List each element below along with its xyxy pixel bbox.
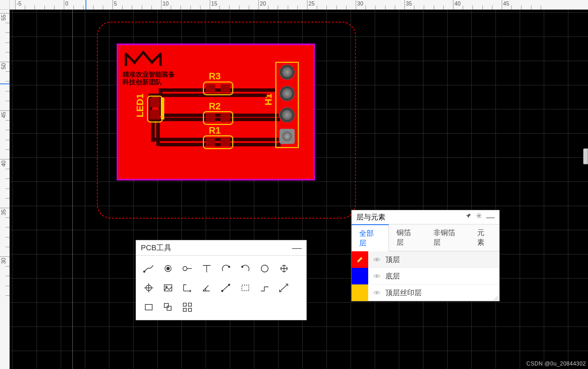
tool-angle-button[interactable]: [199, 280, 215, 296]
layer-panel-title: 层与元素: [356, 212, 385, 222]
layer-panel[interactable]: 层与元素 — 全部层铜箔层非铜箔层元素 顶层底层顶层丝印层: [351, 210, 500, 301]
rect-dash-icon: [239, 282, 251, 294]
ruler-v-label: 35: [1, 209, 7, 215]
image-icon: [162, 282, 174, 294]
svg-point-27: [478, 215, 480, 217]
collapse-icon[interactable]: —: [486, 212, 494, 222]
svg-point-0: [134, 62, 136, 64]
svg-rect-25: [183, 308, 186, 311]
ruler-horizontal[interactable]: -5051015202530354045: [0, 0, 588, 10]
tool-rect-dash-button[interactable]: [237, 280, 253, 296]
track-icon: [143, 263, 155, 274]
tool-origin-button[interactable]: [141, 280, 157, 296]
layer-swatch: [352, 284, 368, 301]
tool-track-button[interactable]: [141, 261, 157, 276]
pad-h1-4-hole: [282, 132, 292, 141]
pin-icon[interactable]: [466, 212, 472, 222]
pcb-tools-panel[interactable]: PCB工具 —: [136, 240, 307, 320]
layer-row-2[interactable]: 顶层丝印层: [352, 284, 499, 301]
gear-icon[interactable]: [476, 212, 482, 222]
line-icon: [220, 282, 232, 294]
tool-group-button[interactable]: [160, 299, 176, 315]
watermark: CSDN @0u_20844302: [527, 361, 586, 367]
silk-label-led1: LED1: [135, 94, 146, 117]
tool-text-button[interactable]: [199, 261, 215, 276]
svg-point-7: [228, 266, 230, 268]
ruler-h-label: 15: [211, 1, 217, 7]
tool-array-button[interactable]: [179, 299, 195, 315]
tool-circle-button[interactable]: [257, 261, 273, 276]
tool-measure-button[interactable]: [276, 280, 292, 296]
svg-point-5: [183, 266, 187, 271]
svg-line-19: [280, 285, 287, 291]
svg-rect-21: [164, 303, 168, 308]
ruler-v-label: 45: [1, 112, 7, 118]
layer-tab-0[interactable]: 全部层: [352, 224, 389, 251]
origin-y-axis: [72, 10, 73, 369]
ruler-h-label: 35: [406, 1, 412, 7]
eye-icon[interactable]: [373, 256, 381, 263]
tool-step-button[interactable]: [257, 280, 273, 296]
eye-icon[interactable]: [373, 272, 381, 280]
eye-icon[interactable]: [373, 289, 381, 297]
outline-r2: [203, 111, 233, 125]
via-icon: [162, 263, 174, 274]
pencil-icon: [356, 256, 364, 263]
tool-line-start-button[interactable]: [179, 280, 195, 296]
ruler-vertical[interactable]: 555045403530: [0, 0, 10, 369]
tool-arc-ccw-button[interactable]: [237, 261, 253, 276]
layer-tab-1[interactable]: 铜箔层: [389, 224, 426, 251]
layer-row-1[interactable]: 底层: [352, 268, 499, 284]
board-logo: 精准农业智能装备 科技创新团队: [122, 49, 175, 86]
pad-h1-2[interactable]: [280, 86, 295, 101]
pad-h1-3[interactable]: [280, 107, 295, 123]
ruler-h-label: 30: [357, 1, 363, 7]
layer-name-label: 底层: [385, 271, 499, 281]
svg-rect-18: [242, 285, 249, 291]
arc-ccw-icon: [239, 263, 251, 274]
pcb-tools-grid: [136, 256, 306, 320]
array-icon: [182, 301, 193, 313]
svg-rect-23: [183, 303, 186, 306]
svg-line-33: [498, 300, 499, 300]
layer-tabs: 全部层铜箔层非铜箔层元素: [352, 224, 499, 251]
layer-tab-2[interactable]: 非铜箔层: [426, 224, 470, 251]
tool-line-button[interactable]: [218, 280, 234, 296]
tool-pan-button[interactable]: [276, 261, 292, 276]
ruler-h-label: 40: [454, 1, 461, 7]
ruler-corner: [0, 0, 10, 10]
svg-rect-20: [145, 304, 152, 310]
svg-point-28: [376, 259, 378, 261]
svg-point-2: [144, 271, 145, 272]
text-icon: [201, 263, 213, 274]
pad-led1-3[interactable]: [161, 98, 164, 119]
pcb-tools-collapse-button[interactable]: —: [292, 242, 302, 253]
svg-line-15: [222, 285, 229, 291]
tool-via-button[interactable]: [160, 261, 176, 276]
tool-arc-cw-button[interactable]: [218, 261, 234, 276]
tool-image-button[interactable]: [160, 280, 176, 296]
tool-rect-button[interactable]: [141, 299, 157, 315]
layer-row-0[interactable]: 顶层: [352, 251, 499, 268]
svg-point-17: [228, 284, 230, 285]
tool-net-button[interactable]: [179, 261, 195, 276]
svg-point-9: [261, 265, 268, 272]
layer-tab-3[interactable]: 元素: [470, 224, 499, 251]
ruler-cursor-marker-h: [86, 0, 86, 10]
circle-icon: [259, 263, 271, 274]
pcb-tools-title: PCB工具: [141, 243, 172, 253]
ruler-h-label: 25: [308, 1, 315, 7]
resize-grip-icon[interactable]: [492, 294, 499, 300]
layer-panel-header[interactable]: 层与元素 —: [352, 210, 499, 224]
pad-h1-1[interactable]: [280, 65, 295, 80]
ruler-h-label: 0: [65, 1, 68, 7]
svg-point-8: [242, 266, 243, 268]
ruler-h-label: 5: [114, 1, 117, 7]
measure-icon: [278, 282, 290, 294]
board-outline[interactable]: 精准农业智能装备 科技创新团队 LED1 R3 R2 R1 H1: [117, 43, 315, 181]
ruler-cursor-marker-v: [0, 84, 10, 84]
outline-r1: [203, 135, 233, 149]
canvas-side-handle[interactable]: [583, 148, 588, 164]
pcb-tools-header[interactable]: PCB工具 —: [136, 240, 306, 256]
ruler-h-label: 10: [163, 1, 169, 7]
